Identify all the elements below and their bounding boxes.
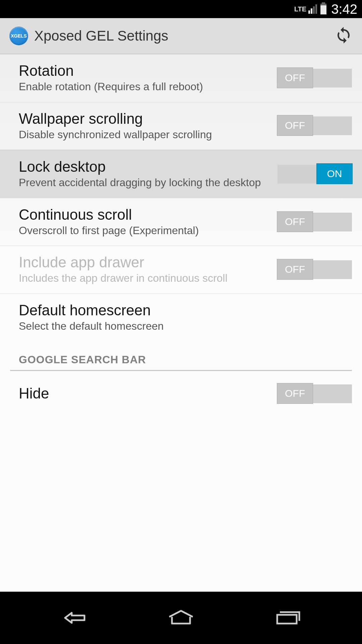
status-network-label: LTE bbox=[294, 5, 306, 13]
toggle-thumb: OFF bbox=[277, 383, 313, 404]
setting-subtitle: Overscroll to first page (Experimental) bbox=[19, 224, 271, 238]
setting-title: Continuous scroll bbox=[19, 206, 271, 223]
toggle-thumb: OFF bbox=[277, 115, 313, 136]
setting-continuous-scroll[interactable]: Continuous scroll Overscroll to first pa… bbox=[0, 198, 362, 246]
setting-default-homescreen[interactable]: Default homescreen Select the default ho… bbox=[0, 294, 362, 341]
back-button[interactable] bbox=[54, 608, 94, 628]
toggle-include-app-drawer: OFF bbox=[278, 260, 352, 279]
setting-lock-desktop[interactable]: Lock desktop Prevent accidental dragging… bbox=[0, 150, 362, 198]
home-icon bbox=[166, 609, 196, 626]
navigation-bar bbox=[0, 592, 362, 644]
toggle-thumb: OFF bbox=[277, 259, 313, 280]
recent-apps-icon bbox=[273, 609, 303, 626]
recent-apps-button[interactable] bbox=[268, 608, 308, 628]
battery-icon bbox=[320, 4, 326, 14]
toggle-wallpaper-scrolling[interactable]: OFF bbox=[278, 116, 352, 135]
setting-title: Include app drawer bbox=[19, 254, 271, 271]
setting-subtitle: Prevent accidental dragging by locking t… bbox=[19, 176, 271, 190]
setting-include-app-drawer: Include app drawer Includes the app draw… bbox=[0, 246, 362, 294]
setting-title: Hide bbox=[19, 385, 271, 402]
setting-title: Rotation bbox=[19, 62, 271, 79]
settings-list[interactable]: Rotation Enable rotation (Requires a ful… bbox=[0, 54, 362, 592]
home-button[interactable] bbox=[161, 608, 201, 628]
signal-icon bbox=[308, 4, 317, 14]
setting-title: Default homescreen bbox=[19, 302, 345, 319]
toggle-continuous-scroll[interactable]: OFF bbox=[278, 213, 352, 231]
setting-rotation[interactable]: Rotation Enable rotation (Requires a ful… bbox=[0, 54, 362, 102]
app-icon: XGELS bbox=[9, 26, 28, 45]
refresh-icon bbox=[335, 26, 353, 44]
page-title: Xposed GEL Settings bbox=[34, 28, 328, 44]
toggle-rotation[interactable]: OFF bbox=[278, 69, 352, 88]
status-time: 3:42 bbox=[331, 2, 357, 17]
setting-title: Wallpaper scrolling bbox=[19, 110, 271, 127]
setting-subtitle: Enable rotation (Requires a full reboot) bbox=[19, 80, 271, 94]
back-icon bbox=[57, 609, 90, 626]
setting-subtitle: Select the default homescreen bbox=[19, 319, 345, 333]
setting-wallpaper-scrolling[interactable]: Wallpaper scrolling Disable synchronized… bbox=[0, 102, 362, 150]
toggle-thumb: OFF bbox=[277, 67, 313, 88]
toggle-hide[interactable]: OFF bbox=[278, 384, 352, 403]
section-header-google-search-bar: GOOGLE SEARCH BAR bbox=[0, 341, 362, 370]
setting-subtitle: Includes the app drawer in continuous sc… bbox=[19, 271, 271, 285]
setting-subtitle: Disable synchronized wallpaper scrolling bbox=[19, 128, 271, 142]
toggle-thumb: OFF bbox=[277, 211, 313, 232]
setting-hide[interactable]: Hide OFF bbox=[0, 371, 362, 411]
toggle-lock-desktop[interactable]: ON bbox=[278, 165, 352, 183]
toggle-thumb: ON bbox=[316, 163, 353, 184]
status-bar: LTE 3:42 bbox=[0, 0, 362, 18]
action-bar: XGELS Xposed GEL Settings bbox=[0, 18, 362, 54]
refresh-button[interactable] bbox=[335, 26, 353, 46]
setting-title: Lock desktop bbox=[19, 158, 271, 175]
